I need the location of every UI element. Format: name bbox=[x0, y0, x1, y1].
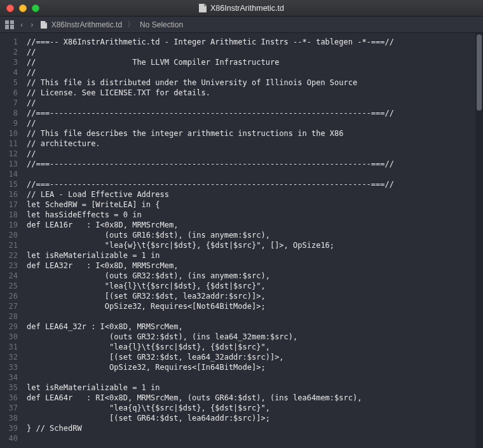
line-number: 13 bbox=[0, 159, 18, 169]
code-line[interactable]: let isReMaterializable = 1 in bbox=[27, 383, 483, 393]
code-line[interactable]: "lea{q}\t{$src|$dst}, {$dst|$src}", bbox=[27, 403, 483, 413]
code-editor[interactable]: 1234567891011121314151617181920212223242… bbox=[0, 33, 483, 448]
line-number: 4 bbox=[0, 67, 18, 78]
line-number: 31 bbox=[0, 342, 18, 352]
line-number: 20 bbox=[0, 230, 18, 240]
line-number: 14 bbox=[0, 169, 18, 179]
line-number: 6 bbox=[0, 88, 18, 98]
code-line[interactable]: "lea{l}\t{$src|$dst}, {$dst|$src}", bbox=[27, 281, 483, 291]
document-icon bbox=[41, 21, 47, 29]
code-line[interactable]: //===-- X86InstrArithmetic.td - Integer … bbox=[27, 37, 483, 47]
scrollbar-track[interactable] bbox=[475, 33, 483, 448]
line-number: 8 bbox=[0, 108, 18, 118]
line-number: 11 bbox=[0, 139, 18, 149]
code-line[interactable]: //===-----------------------------------… bbox=[27, 179, 483, 189]
code-line[interactable] bbox=[27, 169, 483, 179]
code-line[interactable]: def LEA64_32r : I<0x8D, MRMSrcMem, bbox=[27, 322, 483, 332]
line-number: 15 bbox=[0, 179, 18, 189]
code-line[interactable] bbox=[27, 433, 483, 444]
code-line[interactable]: "lea{l}\t{$src|$dst}, {$dst|$src}", bbox=[27, 342, 483, 352]
line-number: 7 bbox=[0, 98, 18, 108]
code-line[interactable]: def LEA32r : I<0x8D, MRMSrcMem, bbox=[27, 261, 483, 271]
line-number: 29 bbox=[0, 322, 18, 332]
nav-back-button[interactable]: ‹ bbox=[19, 20, 24, 29]
code-line[interactable]: OpSize32, Requires<[In64BitMode]>; bbox=[27, 362, 483, 372]
nav-forward-button[interactable]: › bbox=[29, 20, 34, 29]
code-line[interactable]: [(set GR32:$dst, lea32addr:$src)]>, bbox=[27, 291, 483, 301]
line-number: 21 bbox=[0, 240, 18, 250]
line-number: 12 bbox=[0, 149, 18, 159]
line-number: 19 bbox=[0, 220, 18, 230]
code-line[interactable]: [(set GR64:$dst, lea64addr:$src)]>; bbox=[27, 413, 483, 423]
line-number: 30 bbox=[0, 332, 18, 342]
breadcrumb-separator-icon: 〉 bbox=[127, 19, 135, 30]
minimize-icon[interactable] bbox=[19, 4, 27, 12]
line-number: 33 bbox=[0, 362, 18, 372]
line-number: 40 bbox=[0, 433, 18, 444]
code-line[interactable]: let hasSideEffects = 0 in bbox=[27, 210, 483, 220]
document-icon bbox=[199, 4, 207, 13]
breadcrumb-file[interactable]: X86InstrArithmetic.td bbox=[40, 20, 122, 29]
code-line[interactable]: // architecture. bbox=[27, 139, 483, 149]
code-line[interactable]: (outs GR32:$dst), (ins anymem:$src), bbox=[27, 271, 483, 281]
zoom-icon[interactable] bbox=[32, 4, 39, 12]
line-number: 1 bbox=[0, 37, 18, 47]
close-icon[interactable] bbox=[6, 4, 14, 12]
breadcrumb-selection[interactable]: No Selection bbox=[140, 20, 183, 29]
code-line[interactable]: // The LLVM Compiler Infrastructure bbox=[27, 57, 483, 67]
window-titlebar: X86InstrArithmetic.td bbox=[0, 0, 483, 17]
code-line[interactable]: def LEA16r : I<0x8D, MRMSrcMem, bbox=[27, 220, 483, 230]
code-line[interactable]: // This file describes the integer arith… bbox=[27, 128, 483, 139]
code-line[interactable]: // bbox=[27, 47, 483, 57]
line-number: 22 bbox=[0, 250, 18, 261]
code-content[interactable]: //===-- X86InstrArithmetic.td - Integer … bbox=[22, 33, 483, 448]
code-line[interactable]: // bbox=[27, 67, 483, 78]
line-number: 37 bbox=[0, 403, 18, 413]
line-number-gutter: 1234567891011121314151617181920212223242… bbox=[0, 33, 22, 448]
code-line[interactable] bbox=[27, 372, 483, 383]
code-line[interactable]: OpSize32, Requires<[Not64BitMode]>; bbox=[27, 301, 483, 311]
related-items-icon[interactable] bbox=[5, 20, 14, 29]
code-line[interactable]: [(set GR32:$dst, lea64_32addr:$src)]>, bbox=[27, 352, 483, 362]
line-number: 34 bbox=[0, 372, 18, 383]
window-title: X86InstrArithmetic.td bbox=[210, 4, 284, 13]
code-line[interactable]: (outs GR32:$dst), (ins lea64_32mem:$src)… bbox=[27, 332, 483, 342]
code-line[interactable]: //===-----------------------------------… bbox=[27, 159, 483, 169]
line-number: 18 bbox=[0, 210, 18, 220]
window-controls bbox=[6, 4, 39, 12]
line-number: 28 bbox=[0, 311, 18, 322]
line-number: 25 bbox=[0, 281, 18, 291]
code-line[interactable]: def LEA64r : RI<0x8D, MRMSrcMem, (outs G… bbox=[27, 393, 483, 403]
code-line[interactable]: let SchedRW = [WriteLEA] in { bbox=[27, 200, 483, 210]
line-number: 24 bbox=[0, 271, 18, 281]
line-number: 5 bbox=[0, 78, 18, 88]
code-line[interactable]: "lea{w}\t{$src|$dst}, {$dst|$src}", []>,… bbox=[27, 240, 483, 250]
line-number: 3 bbox=[0, 57, 18, 67]
line-number: 32 bbox=[0, 352, 18, 362]
code-line[interactable]: // bbox=[27, 118, 483, 128]
scrollbar-thumb[interactable] bbox=[477, 34, 482, 111]
code-line[interactable]: (outs GR16:$dst), (ins anymem:$src), bbox=[27, 230, 483, 240]
line-number: 16 bbox=[0, 189, 18, 200]
code-line[interactable]: // License. See LICENSE.TXT for details. bbox=[27, 88, 483, 98]
code-line[interactable]: } // SchedRW bbox=[27, 423, 483, 433]
code-line[interactable] bbox=[27, 311, 483, 322]
code-line[interactable]: //===-----------------------------------… bbox=[27, 108, 483, 118]
breadcrumb-file-label: X86InstrArithmetic.td bbox=[51, 20, 122, 29]
code-line[interactable]: // LEA - Load Effective Address bbox=[27, 189, 483, 200]
line-number: 36 bbox=[0, 393, 18, 403]
line-number: 23 bbox=[0, 261, 18, 271]
line-number: 2 bbox=[0, 47, 18, 57]
line-number: 35 bbox=[0, 383, 18, 393]
code-line[interactable]: // bbox=[27, 149, 483, 159]
line-number: 26 bbox=[0, 291, 18, 301]
code-line[interactable]: let isReMaterializable = 1 in bbox=[27, 250, 483, 261]
code-line[interactable]: // bbox=[27, 98, 483, 108]
line-number: 9 bbox=[0, 118, 18, 128]
line-number: 39 bbox=[0, 423, 18, 433]
line-number: 10 bbox=[0, 128, 18, 139]
jump-bar[interactable]: ‹ › X86InstrArithmetic.td 〉 No Selection bbox=[0, 17, 483, 33]
code-line[interactable]: // This file is distributed under the Un… bbox=[27, 78, 483, 88]
line-number: 38 bbox=[0, 413, 18, 423]
line-number: 27 bbox=[0, 301, 18, 311]
